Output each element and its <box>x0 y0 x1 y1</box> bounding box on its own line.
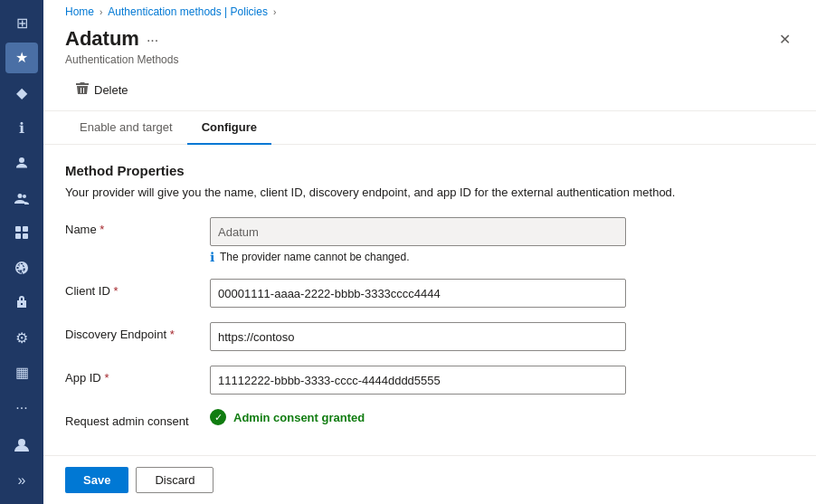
avatar-icon[interactable] <box>5 428 38 461</box>
name-info-message: ℹ The provider name cannot be changed. <box>210 250 794 264</box>
section-title: Method Properties <box>65 163 794 178</box>
svg-rect-0 <box>15 226 21 232</box>
svg-rect-2 <box>15 233 21 239</box>
save-button[interactable]: Save <box>65 467 128 493</box>
name-input[interactable] <box>210 217 626 246</box>
name-control-wrap: ℹ The provider name cannot be changed. <box>210 217 794 264</box>
app-id-required: * <box>104 371 109 385</box>
tabs: Enable and target Configure <box>43 111 816 145</box>
consent-granted-text: Admin consent granted <box>233 411 365 424</box>
client-id-field-row: Client ID * <box>65 279 794 308</box>
client-id-input[interactable] <box>210 279 626 308</box>
footer: Save Discard <box>43 455 816 504</box>
settings-icon[interactable]: ⚙ <box>5 322 38 354</box>
name-required: * <box>100 223 104 236</box>
app-id-input[interactable] <box>210 366 626 395</box>
info-circle-icon: ℹ <box>210 250 214 264</box>
people-icon[interactable] <box>5 182 38 214</box>
breadcrumb-separator-2: › <box>273 7 276 17</box>
app-id-label: App ID * <box>65 366 210 385</box>
grid-icon[interactable]: ▦ <box>5 357 38 388</box>
name-field-row: Name * ℹ The provider name cannot be cha… <box>65 217 794 264</box>
tab-configure[interactable]: Configure <box>187 111 271 145</box>
client-id-control-wrap <box>210 279 794 308</box>
info-icon[interactable]: ℹ <box>5 112 38 144</box>
breadcrumb: Home › Authentication methods | Policies… <box>43 0 816 24</box>
main-panel: Home › Authentication methods | Policies… <box>43 0 816 504</box>
admin-consent-field-row: Request admin consent ✓ Admin consent gr… <box>65 409 794 428</box>
close-button[interactable]: ✕ <box>775 27 794 52</box>
breadcrumb-home[interactable]: Home <box>65 5 94 18</box>
delete-icon <box>76 82 89 98</box>
panel-menu-icon[interactable]: ··· <box>147 33 158 49</box>
panel-header: Adatum ··· ✕ <box>43 24 816 52</box>
admin-consent-control-wrap: ✓ Admin consent granted <box>210 409 794 425</box>
discard-button[interactable]: Discard <box>136 467 213 493</box>
breadcrumb-section[interactable]: Authentication methods | Policies <box>108 5 268 18</box>
app-id-control-wrap <box>210 366 794 395</box>
delete-button[interactable]: Delete <box>65 77 139 103</box>
globe-icon[interactable] <box>5 252 38 283</box>
expand-icon[interactable]: » <box>5 464 38 497</box>
admin-consent-label: Request admin consent <box>65 409 210 428</box>
discovery-endpoint-label: Discovery Endpoint * <box>65 322 210 341</box>
client-id-label: Client ID * <box>65 279 210 298</box>
svg-rect-3 <box>23 233 28 239</box>
toolbar: Delete <box>43 73 816 111</box>
sidebar: ⊞ ★ ◆ ℹ ⚙ ▦ ··· » <box>0 0 43 504</box>
panel-title: Adatum <box>65 27 139 51</box>
svg-rect-1 <box>23 226 28 232</box>
content-area: Method Properties Your provider will giv… <box>43 145 816 455</box>
diamond-icon[interactable]: ◆ <box>5 77 38 109</box>
name-label: Name * <box>65 217 210 236</box>
lock-icon[interactable] <box>5 287 38 319</box>
discovery-endpoint-control-wrap <box>210 322 794 351</box>
check-circle-icon: ✓ <box>210 409 226 425</box>
panel-subtitle: Authentication Methods <box>43 52 816 73</box>
home-icon[interactable]: ⊞ <box>5 7 38 39</box>
user-icon[interactable] <box>5 147 38 179</box>
name-info-text: The provider name cannot be changed. <box>220 251 409 263</box>
discovery-endpoint-field-row: Discovery Endpoint * <box>65 322 794 351</box>
app-id-field-row: App ID * <box>65 366 794 395</box>
breadcrumb-separator-1: › <box>100 7 102 17</box>
apps-icon[interactable] <box>5 217 38 249</box>
svg-point-4 <box>18 439 25 446</box>
client-id-required: * <box>113 284 118 298</box>
consent-status-row: ✓ Admin consent granted <box>210 409 794 425</box>
delete-label: Delete <box>94 83 128 97</box>
discovery-endpoint-input[interactable] <box>210 322 626 351</box>
more-dots-icon[interactable]: ··· <box>5 392 38 424</box>
section-description: Your provider will give you the name, cl… <box>65 185 794 199</box>
discovery-endpoint-required: * <box>170 328 175 341</box>
tab-enable-target[interactable]: Enable and target <box>65 111 187 145</box>
star-icon[interactable]: ★ <box>5 43 38 74</box>
